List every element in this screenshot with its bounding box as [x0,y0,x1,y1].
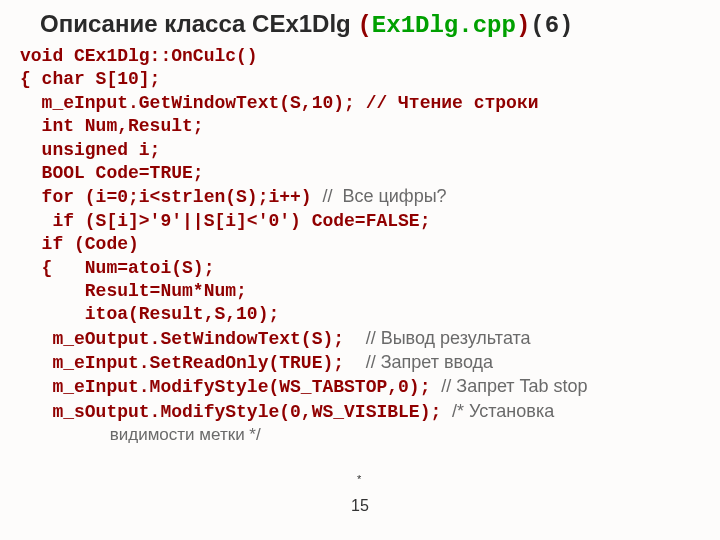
code-comment: /* Установка [452,401,554,421]
title-num: (6) [530,12,573,39]
title-prefix: Описание класса CEx1Dlg [40,10,357,37]
title-paren-open: ( [357,12,371,39]
code-line: itoa(Result,S,10); [20,304,279,324]
code-line: m_eInput.GetWindowText(S,10); [20,93,366,113]
code-comment: видимости метки */ [20,425,261,444]
slide-title: Описание класса CEx1Dlg (Ex1Dlg.cpp)(6) [40,10,700,39]
title-file: Ex1Dlg.cpp [372,12,516,39]
code-line: unsigned i; [20,140,160,160]
code-line: if (Code) [20,234,139,254]
code-line: void CEx1Dlg::OnCulc() [20,46,258,66]
code-comment: // Запрет ввода [366,352,493,372]
title-paren-close: ) [516,12,530,39]
code-line: if (S[i]>'9'||S[i]<'0') Code=FALSE; [20,211,430,231]
slide-content: Описание класса CEx1Dlg (Ex1Dlg.cpp)(6) … [0,0,720,448]
code-line: m_eInput.SetReadOnly(TRUE); [20,353,366,373]
code-line: m_eInput.ModifyStyle(WS_TABSTOP,0); [20,377,441,397]
code-line: { Num=atoi(S); [20,258,214,278]
code-comment: // Все цифры? [322,186,446,206]
code-comment: // Чтение строки [366,93,539,113]
code-line: for (i=0;i<strlen(S);i++) [20,187,322,207]
footnote-mark: * [357,473,361,485]
code-line: Result=Num*Num; [20,281,247,301]
page-number: 15 [0,497,720,515]
code-line: BOOL Code=TRUE; [20,163,204,183]
code-block: void CEx1Dlg::OnCulc() { char S[10]; m_e… [20,45,700,448]
code-line: int Num,Result; [20,116,204,136]
code-comment: // Запрет Tab stop [441,376,587,396]
code-comment: // Вывод результата [366,328,531,348]
code-line: m_eOutput.SetWindowText(S); [20,329,366,349]
code-line: { char S[10]; [20,69,160,89]
code-line: m_sOutput.ModifyStyle(0,WS_VISIBLE); [20,402,452,422]
